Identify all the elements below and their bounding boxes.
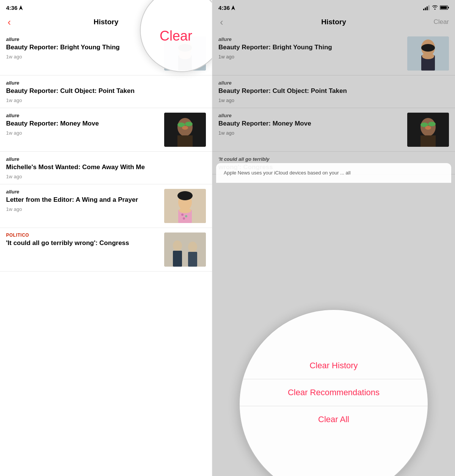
left-article-5-source: allure [6, 189, 160, 195]
left-location-icon [19, 5, 23, 10]
left-article-3-thumb [164, 113, 206, 147]
left-article-list: allure Beauty Reporter: Bright Young Thi… [0, 32, 212, 476]
left-article-1-time: 1w ago [6, 54, 160, 60]
left-article-5[interactable]: allure Letter from the Editor: A Wing an… [0, 184, 212, 228]
clear-recommendations-button[interactable]: Clear Recommendations [240, 379, 428, 406]
left-article-5-time: 1w ago [6, 206, 160, 212]
svg-marker-0 [19, 5, 23, 10]
svg-rect-24 [188, 252, 197, 267]
left-article-2-title: Beauty Reporter: Cult Object: Point Take… [6, 87, 206, 95]
left-article-4[interactable]: allure Michelle's Most Wanted: Come Away… [0, 152, 212, 184]
action-sheet-overlay: Clear History Clear Recommendations Clea… [212, 0, 455, 476]
left-article-2-time: 1w ago [6, 97, 206, 103]
clear-all-button[interactable]: Clear All [240, 406, 428, 433]
left-article-6[interactable]: POLITICO 'It could all go terribly wrong… [0, 228, 212, 272]
left-article-3-time: 1w ago [6, 130, 160, 136]
left-article-6-thumb [164, 233, 206, 267]
left-article-3-title: Beauty Reporter: Money Move [6, 119, 160, 128]
left-panel: 4:36 ‹ History Clear allure Beauty Repor… [0, 0, 212, 476]
svg-point-9 [185, 122, 193, 126]
svg-rect-20 [164, 233, 206, 267]
right-panel: 4:36 [212, 0, 455, 476]
left-nav-title: History [94, 18, 118, 26]
svg-rect-11 [177, 135, 193, 147]
svg-point-23 [188, 242, 197, 252]
left-article-4-source: allure [6, 156, 206, 162]
left-back-button[interactable]: ‹ [6, 16, 13, 28]
svg-point-21 [173, 240, 182, 251]
left-article-3[interactable]: allure Beauty Reporter: Money Move 1w ag… [0, 108, 212, 152]
svg-rect-22 [173, 251, 182, 267]
svg-point-19 [183, 217, 185, 220]
left-article-5-thumb [164, 189, 206, 223]
action-sheet-inner: Clear History Clear Recommendations Clea… [240, 352, 428, 433]
left-article-2-source: allure [6, 80, 206, 86]
svg-point-16 [179, 208, 191, 213]
svg-point-14 [177, 191, 193, 200]
action-sheet-circle: Clear History Clear Recommendations Clea… [239, 309, 428, 476]
left-article-1-source: allure [6, 36, 160, 42]
clear-circle-label[interactable]: Clear [160, 28, 192, 44]
left-article-4-title: Michelle's Most Wanted: Come Away With M… [6, 163, 206, 171]
left-status-time: 4:36 [6, 5, 17, 11]
left-article-5-title: Letter from the Editor: A Wing and a Pra… [6, 196, 160, 204]
svg-point-17 [181, 214, 184, 216]
left-article-4-time: 1w ago [6, 174, 206, 179]
svg-point-18 [185, 215, 187, 217]
clear-history-button[interactable]: Clear History [240, 352, 428, 379]
left-article-3-source: allure [6, 113, 160, 118]
left-article-6-source: POLITICO [6, 233, 160, 238]
left-article-1-title: Beauty Reporter: Bright Young Thing [6, 43, 160, 52]
svg-point-10 [182, 126, 188, 130]
left-article-2[interactable]: allure Beauty Reporter: Cult Object: Poi… [0, 75, 212, 108]
left-article-6-title: 'It could all go terribly wrong': Congre… [6, 239, 160, 247]
